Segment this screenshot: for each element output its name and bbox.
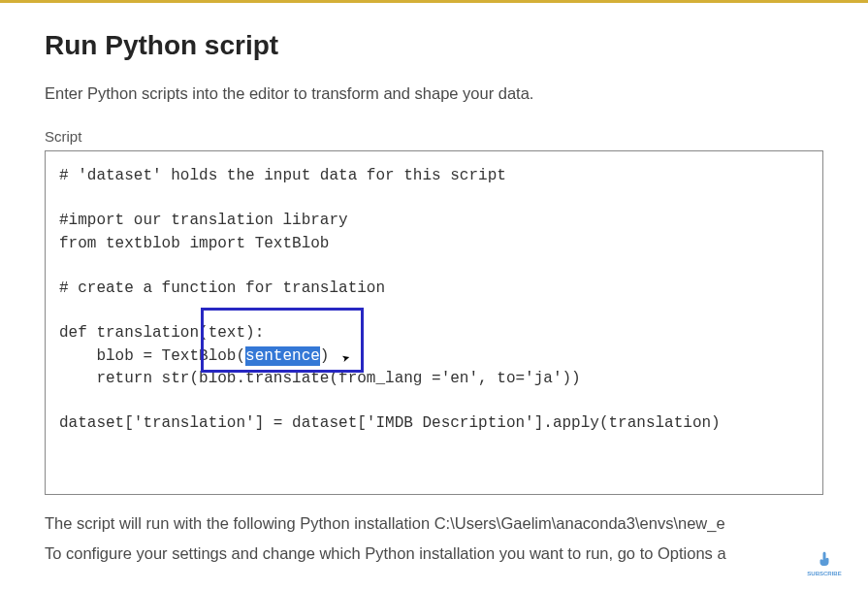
pointer-icon <box>816 551 833 569</box>
code-line-post: ) <box>320 347 330 365</box>
footer-line-2: To configure your settings and change wh… <box>45 539 823 569</box>
dialog-content: Run Python script Enter Python scripts i… <box>0 3 868 588</box>
code-line: # 'dataset' holds the input data for thi… <box>59 167 506 184</box>
dialog-subtitle: Enter Python scripts into the editor to … <box>45 84 823 103</box>
code-line: def translation(text): <box>59 324 264 342</box>
code-line: return str(blob.translate(from_lang ='en… <box>59 370 581 387</box>
footer-line-1: The script will run with the following P… <box>45 509 823 539</box>
dialog-title: Run Python script <box>45 30 823 61</box>
footer-info: The script will run with the following P… <box>45 509 823 570</box>
selected-text[interactable]: sentence <box>245 346 320 366</box>
code-line-pre: blob = TextBlob( <box>59 347 245 365</box>
cursor-icon: ➤ <box>340 348 353 370</box>
script-label: Script <box>45 128 823 145</box>
code-line: from textblob import TextBlob <box>59 235 329 252</box>
subscribe-label: SUBSCRIBE <box>807 571 841 576</box>
code-line: #import our translation library <box>59 212 348 229</box>
script-editor[interactable]: # 'dataset' holds the input data for thi… <box>45 150 823 495</box>
code-line: dataset['translation'] = dataset['IMDB D… <box>59 414 721 432</box>
code-line: # create a function for translation <box>59 279 385 297</box>
subscribe-badge[interactable]: SUBSCRIBE <box>800 544 849 583</box>
